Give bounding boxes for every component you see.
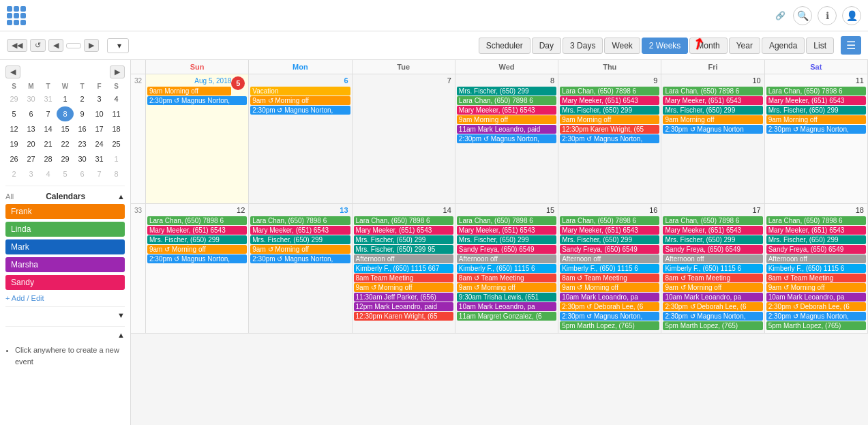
refresh-button[interactable]: ↺ <box>30 39 46 52</box>
calendar-event[interactable]: Afternoon off <box>560 254 659 263</box>
calendar-event[interactable]: 10am Mark Leoandro, pa <box>766 293 866 302</box>
calendar-event[interactable]: 2:30pm ↺ Deborah Lee, (6 <box>663 302 762 311</box>
calendar-event[interactable]: 2:30pm ↺ Magnus Norton, <box>766 125 866 134</box>
today-button[interactable] <box>66 43 81 48</box>
calendar-event[interactable]: 9am ↺ Morning off <box>766 283 866 292</box>
mini-cal-day[interactable]: 16 <box>74 121 91 136</box>
day-cell[interactable]: 18Lara Chan, (650) 7898 6Mary Meeker, (6… <box>765 204 868 333</box>
calendar-event[interactable]: Mary Meeker, (651) 6543 <box>354 226 453 235</box>
calendar-event[interactable]: 2:30pm ↺ Magnus Norton, <box>147 96 247 105</box>
day-cell[interactable]: 14Lara Chan, (650) 7898 6Mary Meeker, (6… <box>353 204 455 333</box>
calendar-event[interactable]: Kimberly F., (650) 1115 6 <box>766 264 866 273</box>
mini-cal-day[interactable]: 12 <box>5 121 23 136</box>
mini-cal-day[interactable]: 25 <box>108 136 125 151</box>
calendar-event[interactable]: 9am ↺ Morning off <box>354 283 453 292</box>
mini-cal-day[interactable]: 7 <box>40 106 57 121</box>
calendar-event[interactable]: 8am ↺ Team Meeting <box>766 274 866 282</box>
mini-cal-day[interactable]: 27 <box>23 151 40 166</box>
calendar-event[interactable]: 11am Margret Gonzalez, (6 <box>457 312 556 321</box>
calendar-event[interactable]: Mrs. Fischer, (650) 299 <box>457 87 556 96</box>
day-cell[interactable]: 10Lara Chan, (650) 7898 6Mary Meeker, (6… <box>661 74 764 203</box>
calendar-event[interactable]: 5pm Marth Lopez, (765) <box>663 321 762 330</box>
calendar-event[interactable]: 9am ↺ Morning off <box>663 283 762 292</box>
day-cell[interactable]: 15Lara Chan, (650) 7898 6Mary Meeker, (6… <box>455 204 558 333</box>
mini-cal-day[interactable]: 31 <box>91 151 108 166</box>
calendar-event[interactable]: Mary Meeker, (651) 6543 <box>663 96 762 105</box>
mini-cal-day[interactable]: 6 <box>23 106 40 121</box>
mini-cal-day[interactable]: 2 <box>74 91 91 106</box>
day-cell[interactable]: 13Lara Chan, (650) 7898 6Mary Meeker, (6… <box>249 204 352 333</box>
mini-cal-day[interactable]: 17 <box>91 121 108 136</box>
calendar-event[interactable]: Lara Chan, (650) 7898 6 <box>147 216 247 225</box>
view-2weeks[interactable]: 2 Weeks <box>642 38 688 54</box>
next-week-button[interactable]: ▶ <box>84 39 99 52</box>
calendar-event[interactable]: 2:30pm ↺ Magnus Norton, <box>766 312 866 321</box>
calendar-event[interactable]: Sandy Freya, (650) 6549 <box>560 245 659 254</box>
mini-cal-day[interactable]: 29 <box>5 91 23 106</box>
mini-cal-day[interactable]: 3 <box>91 91 108 106</box>
calendar-event[interactable]: Afternoon off <box>766 254 866 263</box>
calendar-item-mark[interactable]: Mark <box>5 239 125 254</box>
mini-cal-day[interactable]: 20 <box>23 136 40 151</box>
calendar-event[interactable]: 2:30pm ↺ Magnus Norton, <box>560 134 659 143</box>
calendar-item-sandy[interactable]: Sandy <box>5 275 125 290</box>
calendar-event[interactable]: Mrs. Fischer, (650) 299 <box>560 106 659 115</box>
calendar-event[interactable]: Lara Chan, (650) 7898 6 <box>663 216 762 225</box>
prev-week-button[interactable]: ◀ <box>48 39 63 52</box>
calendar-item-frank[interactable]: Frank <box>5 204 125 219</box>
mini-cal-day[interactable]: 21 <box>40 136 57 151</box>
calendar-event[interactable]: 9am ↺ Morning off <box>250 96 350 105</box>
calendar-event[interactable]: Afternoon off <box>663 254 762 263</box>
calendar-event[interactable]: Lara Chan, (650) 7898 6 <box>663 87 762 96</box>
calendar-event[interactable]: 9am ↺ Morning off <box>147 245 247 254</box>
mini-next-month[interactable]: ▶ <box>110 65 125 78</box>
mini-cal-day[interactable]: 2 <box>5 166 23 181</box>
calendar-event[interactable]: 9am Morning off <box>766 115 866 124</box>
calendar-event[interactable]: Lara Chan, (650) 7898 6 <box>560 87 659 96</box>
mini-cal-day[interactable]: 5 <box>5 106 23 121</box>
mini-cal-day[interactable]: 11 <box>108 106 125 121</box>
mini-cal-day[interactable]: 4 <box>40 166 57 181</box>
calendar-event[interactable]: 2:30pm ↺ Magnus Norton, <box>250 254 350 263</box>
calendar-event[interactable]: Mary Meeker, (651) 6543 <box>457 226 556 235</box>
day-cell[interactable]: 16Lara Chan, (650) 7898 6Mary Meeker, (6… <box>558 204 661 333</box>
filter-section-header[interactable]: ▼ <box>5 306 125 322</box>
calendar-event[interactable]: Mrs. Fischer, (650) 299 <box>354 235 453 244</box>
calendar-event[interactable]: 2:30pm ↺ Magnus Norton, <box>560 312 659 321</box>
calendar-event[interactable]: Lara Chan, (650) 7898 6 <box>766 87 866 96</box>
mini-cal-day[interactable]: 4 <box>108 91 125 106</box>
about-section-header[interactable]: ▲ <box>5 326 125 342</box>
calendar-event[interactable]: 10am Mark Leoandro, pa <box>663 293 762 302</box>
calendar-event[interactable]: Mary Meeker, (651) 6543 <box>766 96 866 105</box>
calendar-event[interactable]: Lara Chan, (650) 7898 6 <box>250 216 350 225</box>
mini-cal-day[interactable]: 18 <box>108 121 125 136</box>
mini-cal-day[interactable]: 7 <box>91 166 108 181</box>
calendar-event[interactable]: Mrs. Fischer, (650) 299 <box>457 235 556 244</box>
mini-cal-day[interactable]: 1 <box>57 91 74 106</box>
calendar-event[interactable]: Lara Chan, (650) 7898 6 <box>457 216 556 225</box>
calendar-event[interactable]: Mrs. Fischer, (650) 299 <box>663 235 762 244</box>
calendar-event[interactable]: Kimberly F., (650) 1115 667 <box>354 264 453 273</box>
calendar-event[interactable]: 2:30pm ↺ Magnus Norton, <box>457 134 556 143</box>
calendar-event[interactable]: Mrs. Fischer, (650) 299 <box>147 235 247 244</box>
add-edit-link[interactable]: + Add / Edit <box>5 294 125 302</box>
calendar-event[interactable]: Lara Chan, (650) 7898 6 <box>766 216 866 225</box>
date-range[interactable]: ▾ <box>107 38 129 53</box>
calendar-event[interactable]: Mary Meeker, (651) 6543 <box>250 226 350 235</box>
calendar-event[interactable]: Afternoon off <box>457 254 556 263</box>
calendar-event[interactable]: Kimberly F., (650) 1115 6 <box>663 264 762 273</box>
view-year[interactable]: Year <box>729 38 760 54</box>
calendar-event[interactable]: Mary Meeker, (651) 6543 <box>560 226 659 235</box>
calendar-event[interactable]: 11:30am Jeff Parker, (656) <box>354 293 453 302</box>
day-cell[interactable]: 8Mrs. Fischer, (650) 299Lara Chan, (650)… <box>455 74 558 203</box>
calendar-event[interactable]: 5pm Marth Lopez, (765) <box>766 321 866 330</box>
calendar-event[interactable]: Mary Meeker, (651) 6543 <box>457 106 556 115</box>
calendar-event[interactable]: Lara Chan, (650) 7898 6 <box>457 96 556 105</box>
mini-cal-day[interactable]: 8 <box>108 166 125 181</box>
calendar-event[interactable]: 2:30pm ↺ Deborah Lee, (6 <box>766 302 866 311</box>
calendar-event[interactable]: 9am Morning off <box>457 115 556 124</box>
calendar-event[interactable]: Sandy Freya, (650) 6549 <box>663 245 762 254</box>
calendars-section-header[interactable]: All Calendars ▲ <box>5 186 125 204</box>
calendar-event[interactable]: Mrs. Fischer, (650) 299 <box>560 235 659 244</box>
view-week[interactable]: Week <box>604 38 640 54</box>
